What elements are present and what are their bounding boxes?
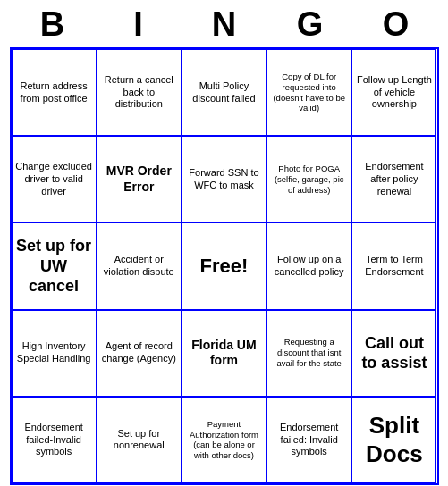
bingo-cell: Multi Policy discount failed bbox=[182, 49, 266, 136]
bingo-cell: Call out to assist bbox=[351, 310, 436, 397]
bingo-cell: Requesting a discount that isnt avail fo… bbox=[266, 310, 351, 397]
bingo-cell: Return a cancel back to distribution bbox=[97, 49, 182, 136]
bingo-cell: Set up for UW cancel bbox=[12, 222, 97, 309]
bingo-cell: Endorsement failed-Invalid symbols bbox=[12, 397, 97, 483]
bingo-grid: Return address from post officeReturn a … bbox=[10, 47, 439, 485]
bingo-cell: Free! bbox=[182, 222, 266, 309]
bingo-cell: Copy of DL for requested into (doesn't h… bbox=[266, 49, 351, 136]
title-letter: N bbox=[198, 5, 251, 44]
bingo-title-row: BINGO bbox=[10, 0, 439, 47]
bingo-cell: Agent of record change (Agency) bbox=[97, 310, 182, 397]
bingo-cell: Change excluded driver to valid driver bbox=[12, 136, 97, 222]
bingo-cell: High Inventory Special Handling bbox=[12, 310, 97, 397]
bingo-cell: Photo for POGA (selfie, garage, pic of a… bbox=[266, 136, 351, 222]
title-letter: B bbox=[26, 5, 80, 44]
bingo-cell: Split Docs bbox=[351, 397, 436, 483]
bingo-cell: Endorsement failed: Invalid symbols bbox=[266, 397, 351, 483]
bingo-cell: MVR Order Error bbox=[97, 136, 182, 222]
bingo-cell: Set up for nonrenewal bbox=[97, 397, 182, 483]
bingo-cell: Follow up Length of vehicle ownership bbox=[351, 49, 436, 136]
title-letter: G bbox=[283, 5, 337, 44]
bingo-cell: Follow up on a cancelled policy bbox=[266, 222, 351, 309]
title-letter: O bbox=[369, 5, 423, 44]
title-letter: I bbox=[112, 5, 165, 44]
bingo-cell: Florida UM form bbox=[182, 310, 266, 397]
bingo-cell: Term to Term Endorsement bbox=[351, 222, 436, 309]
bingo-cell: Forward SSN to WFC to mask bbox=[182, 136, 266, 222]
bingo-cell: Return address from post office bbox=[12, 49, 97, 136]
bingo-cell: Payment Authorization form (can be alone… bbox=[182, 397, 266, 483]
bingo-cell: Accident or violation dispute bbox=[97, 222, 182, 309]
bingo-cell: Endorsement after policy renewal bbox=[351, 136, 436, 222]
